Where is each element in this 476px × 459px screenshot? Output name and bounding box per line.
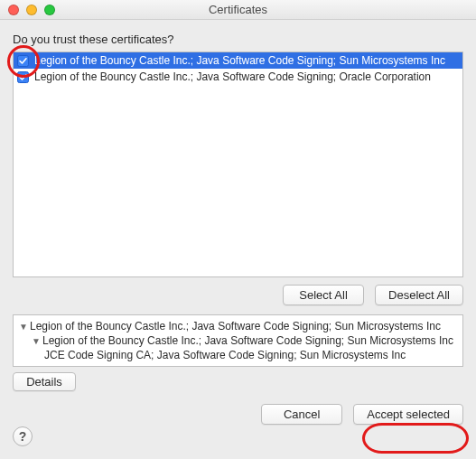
- tree-row[interactable]: ▼ Legion of the Bouncy Castle Inc.; Java…: [19, 319, 457, 333]
- dialog-content: Do you trust these certificates? Legion …: [0, 20, 476, 437]
- deselect-all-button[interactable]: Deselect All: [375, 285, 463, 305]
- help-icon: ?: [19, 429, 27, 444]
- zoom-icon[interactable]: [44, 5, 55, 15]
- disclosure-down-icon[interactable]: ▼: [19, 322, 28, 332]
- details-button-row: Details: [13, 372, 463, 391]
- checkbox-checked-icon[interactable]: [17, 71, 29, 83]
- help-button[interactable]: ?: [13, 426, 33, 446]
- minimize-icon[interactable]: [26, 5, 37, 15]
- footer-buttons: Cancel Accept selected: [13, 404, 463, 425]
- list-item-label: Legion of the Bouncy Castle Inc.; Java S…: [34, 70, 431, 83]
- window-title: Certificates: [0, 3, 476, 16]
- accept-selected-button[interactable]: Accept selected: [353, 404, 463, 425]
- tree-row-label: Legion of the Bouncy Castle Inc.; Java S…: [42, 334, 453, 347]
- tree-row[interactable]: JCE Code Signing CA; Java Software Code …: [19, 348, 457, 362]
- list-item[interactable]: Legion of the Bouncy Castle Inc.; Java S…: [14, 69, 462, 85]
- tree-row-label: Legion of the Bouncy Castle Inc.; Java S…: [30, 320, 441, 333]
- certificate-detail-tree[interactable]: ▼ Legion of the Bouncy Castle Inc.; Java…: [13, 314, 463, 367]
- select-all-button[interactable]: Select All: [283, 285, 364, 305]
- cancel-button[interactable]: Cancel: [261, 404, 342, 425]
- close-icon[interactable]: [8, 5, 19, 15]
- window-controls: [0, 5, 55, 15]
- selection-buttons: Select All Deselect All: [13, 285, 463, 305]
- disclosure-down-icon[interactable]: ▼: [32, 336, 41, 346]
- checkbox-checked-icon[interactable]: [17, 55, 29, 67]
- certificate-list[interactable]: Legion of the Bouncy Castle Inc.; Java S…: [13, 52, 463, 277]
- titlebar: Certificates: [0, 0, 476, 20]
- list-item[interactable]: Legion of the Bouncy Castle Inc.; Java S…: [14, 52, 462, 69]
- prompt-text: Do you trust these certificates?: [13, 33, 463, 46]
- tree-row[interactable]: ▼ Legion of the Bouncy Castle Inc.; Java…: [19, 333, 457, 348]
- tree-row-label: JCE Code Signing CA; Java Software Code …: [44, 349, 406, 361]
- details-button[interactable]: Details: [13, 372, 76, 391]
- list-item-label: Legion of the Bouncy Castle Inc.; Java S…: [34, 54, 445, 67]
